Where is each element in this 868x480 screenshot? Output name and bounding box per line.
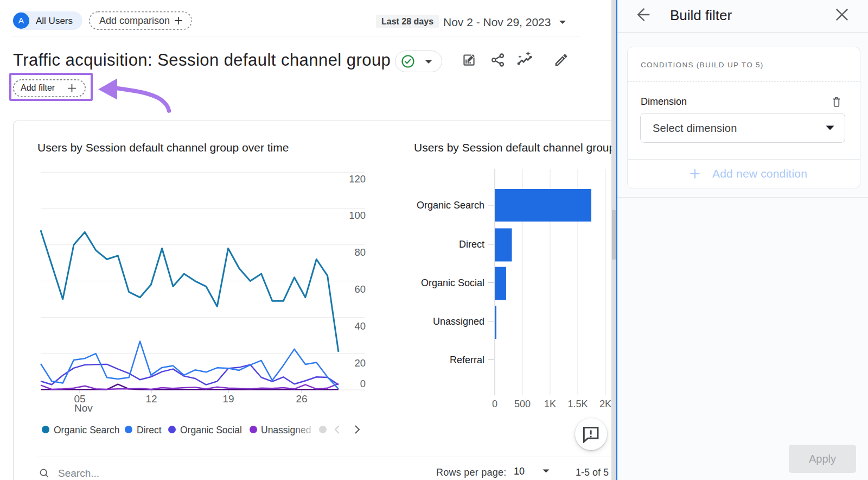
- svg-text:2K: 2K: [599, 399, 611, 409]
- svg-text:60: 60: [354, 283, 366, 295]
- svg-text:Organic Search: Organic Search: [417, 200, 484, 211]
- svg-text:1K: 1K: [544, 399, 556, 409]
- svg-text:80: 80: [354, 247, 366, 258]
- svg-text:12: 12: [145, 393, 157, 405]
- svg-text:Nov: Nov: [74, 402, 93, 414]
- svg-text:1.5K: 1.5K: [567, 399, 588, 409]
- svg-text:120: 120: [349, 173, 366, 185]
- svg-text:100: 100: [349, 210, 366, 221]
- svg-text:26: 26: [296, 393, 307, 405]
- svg-text:19: 19: [222, 393, 234, 405]
- svg-text:Referral: Referral: [450, 355, 484, 365]
- svg-text:Unassigned: Unassigned: [433, 316, 484, 327]
- svg-text:20: 20: [354, 357, 366, 369]
- svg-text:0: 0: [492, 399, 497, 409]
- svg-text:0: 0: [360, 378, 366, 389]
- svg-text:500: 500: [514, 399, 531, 409]
- svg-text:Organic Social: Organic Social: [421, 277, 484, 288]
- svg-text:40: 40: [354, 320, 366, 332]
- svg-text:Direct: Direct: [459, 239, 484, 250]
